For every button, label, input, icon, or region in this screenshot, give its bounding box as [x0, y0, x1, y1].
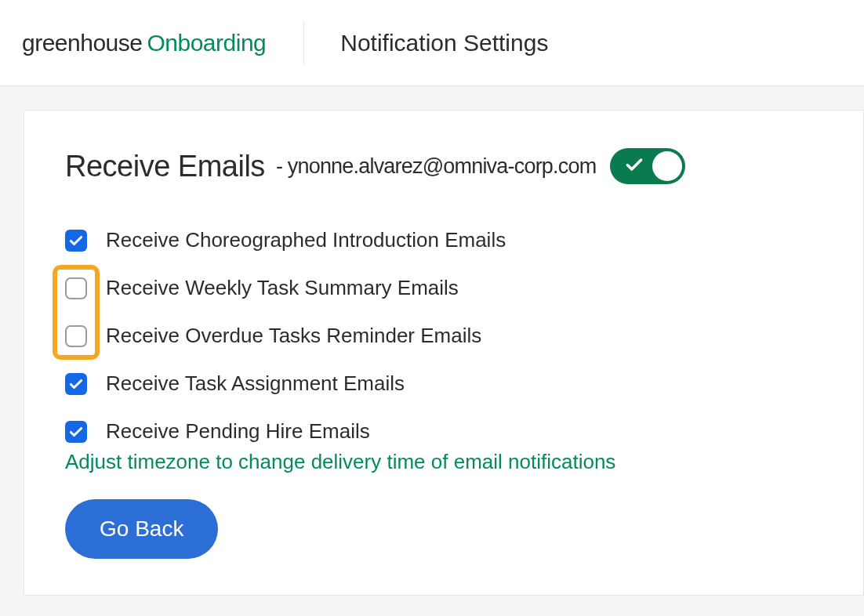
brand-text-primary: greenhouse	[22, 30, 142, 56]
brand-text-secondary: Onboarding	[147, 30, 266, 56]
checkbox[interactable]	[65, 373, 87, 395]
brand-logo: greenhouse Onboarding	[22, 30, 266, 56]
go-back-button[interactable]: Go Back	[65, 499, 218, 559]
option-label: Receive Weekly Task Summary Emails	[106, 276, 459, 300]
option-label: Receive Choreographed Introduction Email…	[106, 228, 506, 252]
top-bar: greenhouse Onboarding Notification Setti…	[0, 0, 864, 86]
toggle-knob	[652, 151, 682, 181]
checkbox[interactable]	[65, 325, 87, 347]
email-option-row: Receive Task Assignment Emails	[65, 371, 822, 396]
option-label: Receive Overdue Tasks Reminder Emails	[106, 324, 481, 348]
page-background: Receive Emails - ynonne.alvarez@omniva-c…	[0, 86, 864, 616]
checkbox[interactable]	[65, 230, 87, 252]
settings-card: Receive Emails - ynonne.alvarez@omniva-c…	[24, 110, 864, 596]
timezone-link[interactable]: Adjust timezone to change delivery time …	[65, 450, 822, 474]
checkbox[interactable]	[65, 421, 87, 443]
email-option-row: Receive Weekly Task Summary Emails	[65, 276, 822, 300]
user-email: - ynonne.alvarez@omniva-corp.com	[276, 154, 596, 179]
email-option-row: Receive Choreographed Introduction Email…	[65, 228, 822, 252]
receive-emails-toggle[interactable]	[610, 148, 685, 184]
option-label: Receive Pending Hire Emails	[106, 419, 370, 444]
checkmark-icon	[624, 154, 644, 178]
page-title: Notification Settings	[340, 30, 548, 56]
email-option-row: Receive Overdue Tasks Reminder Emails	[65, 324, 822, 348]
heading-row: Receive Emails - ynonne.alvarez@omniva-c…	[65, 148, 822, 184]
vertical-divider	[303, 21, 304, 65]
section-heading: Receive Emails	[65, 150, 265, 183]
option-label: Receive Task Assignment Emails	[106, 371, 405, 396]
email-option-row: Receive Pending Hire Emails	[65, 419, 822, 444]
checkbox[interactable]	[65, 277, 87, 299]
email-options-list: Receive Choreographed Introduction Email…	[65, 228, 822, 444]
